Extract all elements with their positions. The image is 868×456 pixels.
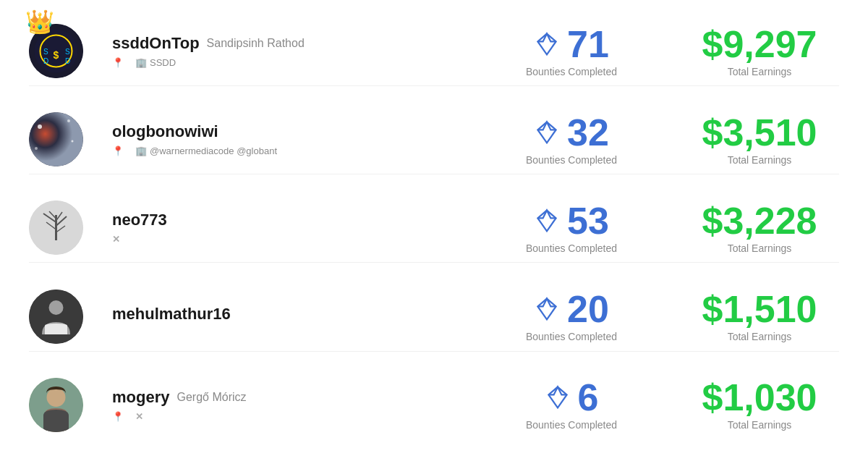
svg-text:D: D bbox=[43, 57, 48, 65]
earnings-label: Total Earnings bbox=[728, 419, 792, 431]
earnings-amount: $3,510 bbox=[702, 114, 817, 151]
earnings-number-row: $1,030 bbox=[702, 379, 817, 416]
diamond-icon bbox=[545, 384, 571, 410]
bounties-count: 32 bbox=[567, 114, 609, 151]
bounties-number-row: 71 bbox=[534, 25, 609, 63]
user-info: ologbonowiwi @warnermediacode @globant bbox=[94, 122, 311, 156]
bounties-count: 20 bbox=[567, 290, 609, 328]
earnings-amount: $1,030 bbox=[702, 379, 817, 416]
user-name-row: neo773 bbox=[112, 211, 311, 229]
diamond-icon bbox=[534, 208, 560, 234]
earnings-stat: $9,297 Total Earnings bbox=[694, 25, 825, 77]
user-meta: SSDD bbox=[112, 57, 311, 68]
real-name: Sandipsinh Rathod bbox=[207, 37, 305, 50]
earnings-number-row: $1,510 bbox=[702, 290, 817, 328]
username[interactable]: neo773 bbox=[112, 211, 167, 229]
building-icon bbox=[135, 57, 147, 68]
username[interactable]: ssddOnTop bbox=[112, 34, 200, 53]
username[interactable]: mehulmathur16 bbox=[112, 305, 231, 324]
avatar-section bbox=[29, 378, 94, 432]
twitter-icon bbox=[112, 234, 120, 245]
stats-section: 32 Bounties Completed $3,510 Total Earni… bbox=[311, 114, 839, 166]
bounties-number-row: 53 bbox=[534, 202, 609, 240]
bounties-stat: 20 Bounties Completed bbox=[506, 290, 637, 342]
username[interactable]: mogery bbox=[112, 388, 169, 407]
earnings-number-row: $3,228 bbox=[702, 202, 817, 240]
diamond-icon bbox=[534, 296, 560, 322]
user-info: mogery Gergő Móricz bbox=[94, 388, 311, 422]
avatar-section bbox=[29, 200, 94, 255]
earnings-amount: $1,510 bbox=[702, 290, 817, 328]
user-name-row: ssddOnTop Sandipsinh Rathod bbox=[112, 34, 311, 53]
svg-point-13 bbox=[35, 147, 38, 150]
svg-point-11 bbox=[67, 119, 70, 122]
earnings-label: Total Earnings bbox=[728, 154, 792, 166]
leaderboard: 👑 $ S S D D ssddOnTop Sandipsinh Rathod bbox=[0, 0, 868, 456]
svg-point-10 bbox=[38, 124, 42, 129]
table-row: 👑 $ S S D D ssddOnTop Sandipsinh Rathod bbox=[29, 17, 839, 86]
earnings-number-row: $9,297 bbox=[702, 25, 817, 63]
stats-section: 71 Bounties Completed $9,297 Total Earni… bbox=[311, 25, 839, 77]
earnings-label: Total Earnings bbox=[728, 331, 792, 342]
diamond-icon bbox=[534, 31, 560, 57]
stats-section: 6 Bounties Completed $1,030 Total Earnin… bbox=[311, 379, 839, 431]
bounties-stat: 53 Bounties Completed bbox=[506, 202, 637, 254]
username[interactable]: ologbonowiwi bbox=[112, 122, 218, 141]
bounties-stat: 6 Bounties Completed bbox=[506, 379, 637, 431]
crown-icon: 👑 bbox=[25, 8, 54, 35]
bounties-label: Bounties Completed bbox=[526, 419, 617, 431]
svg-point-12 bbox=[72, 140, 74, 143]
bounties-label: Bounties Completed bbox=[526, 154, 617, 166]
user-meta bbox=[112, 411, 311, 422]
bounties-label: Bounties Completed bbox=[526, 66, 617, 77]
bounties-count: 71 bbox=[567, 25, 609, 63]
table-row: ologbonowiwi @warnermediacode @globant bbox=[29, 105, 839, 174]
user-name-row: mehulmathur16 bbox=[112, 305, 311, 324]
bounties-label: Bounties Completed bbox=[526, 331, 617, 342]
svg-text:D: D bbox=[65, 57, 70, 65]
user-meta bbox=[112, 234, 311, 245]
svg-text:S: S bbox=[65, 48, 70, 56]
location-icon bbox=[112, 145, 124, 156]
meta-twitter bbox=[135, 411, 143, 422]
user-name-row: ologbonowiwi bbox=[112, 122, 311, 141]
location-icon bbox=[112, 411, 124, 422]
avatar bbox=[29, 112, 83, 166]
table-row: mogery Gergő Móricz 6 bbox=[29, 371, 839, 439]
meta-building: SSDD bbox=[135, 57, 176, 68]
avatar bbox=[29, 378, 83, 432]
bounties-number-row: 20 bbox=[534, 290, 609, 328]
user-info: mehulmathur16 bbox=[94, 305, 311, 328]
org-text: SSDD bbox=[150, 57, 176, 68]
svg-point-9 bbox=[29, 112, 83, 166]
diamond-icon bbox=[534, 119, 560, 145]
stats-section: 20 Bounties Completed $1,510 Total Earni… bbox=[311, 290, 839, 342]
avatar bbox=[29, 290, 83, 344]
meta-twitter bbox=[112, 234, 120, 245]
bounties-label: Bounties Completed bbox=[526, 242, 617, 254]
bounties-count: 53 bbox=[567, 202, 609, 240]
meta-location bbox=[112, 57, 124, 68]
earnings-label: Total Earnings bbox=[728, 242, 792, 254]
building-icon bbox=[135, 145, 147, 156]
user-meta: @warnermediacode @globant bbox=[112, 145, 311, 156]
avatar-section bbox=[29, 290, 94, 344]
svg-text:$: $ bbox=[54, 49, 59, 61]
svg-text:S: S bbox=[43, 48, 48, 56]
bounties-number-row: 32 bbox=[534, 114, 609, 151]
avatar-section bbox=[29, 112, 94, 166]
meta-location bbox=[112, 145, 124, 156]
avatar-section: 👑 $ S S D D bbox=[29, 24, 94, 78]
real-name: Gergő Móricz bbox=[176, 391, 246, 404]
earnings-amount: $9,297 bbox=[702, 25, 817, 63]
org-text: @warnermediacode @globant bbox=[150, 145, 277, 156]
bounties-stat: 32 Bounties Completed bbox=[506, 114, 637, 166]
meta-building: @warnermediacode @globant bbox=[135, 145, 277, 156]
bounties-number-row: 6 bbox=[545, 379, 599, 416]
user-name-row: mogery Gergő Móricz bbox=[112, 388, 311, 407]
location-icon bbox=[112, 57, 124, 68]
table-row: mehulmathur16 20 Bounties Completed $1,5… bbox=[29, 282, 839, 352]
user-info: ssddOnTop Sandipsinh Rathod SSDD bbox=[94, 34, 311, 68]
earnings-number-row: $3,510 bbox=[702, 114, 817, 151]
bounties-stat: 71 Bounties Completed bbox=[506, 25, 637, 77]
